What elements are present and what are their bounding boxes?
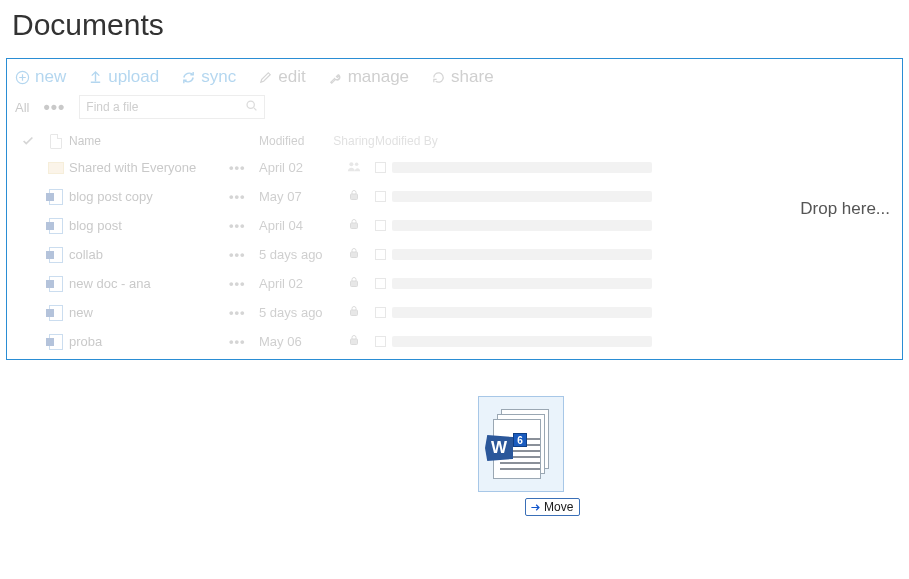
- modified-by[interactable]: [375, 278, 755, 289]
- folder-icon: [43, 162, 69, 174]
- pencil-icon: [258, 70, 273, 85]
- svg-rect-4: [351, 194, 358, 200]
- modified-date: April 02: [259, 160, 333, 175]
- private-icon[interactable]: [333, 334, 375, 349]
- new-label: new: [35, 67, 66, 87]
- modified-by[interactable]: [375, 162, 755, 173]
- table-row[interactable]: proba•••May 06: [7, 327, 902, 356]
- modified-date: April 02: [259, 276, 333, 291]
- table-body: Shared with Everyone•••April 02blog post…: [7, 153, 902, 356]
- more-views-button[interactable]: •••: [43, 102, 65, 112]
- row-menu-button[interactable]: •••: [229, 334, 259, 349]
- documents-library-panel[interactable]: new upload sync edit: [6, 58, 903, 360]
- drop-here-label: Drop here...: [800, 199, 890, 219]
- word-doc-icon: [43, 189, 69, 205]
- modified-by[interactable]: [375, 307, 755, 318]
- modified-by-column-header[interactable]: Modified By: [375, 134, 755, 148]
- upload-icon: [88, 70, 103, 85]
- private-icon[interactable]: [333, 247, 375, 262]
- shared-icon[interactable]: [333, 160, 375, 175]
- table-row[interactable]: blog post•••April 04: [7, 211, 902, 240]
- user-presence-icon: [375, 278, 386, 289]
- arrow-right-icon: [530, 502, 541, 513]
- table-row[interactable]: collab•••5 days ago: [7, 240, 902, 269]
- move-tooltip: Move: [525, 498, 580, 516]
- sync-icon: [181, 70, 196, 85]
- user-presence-icon: [375, 162, 386, 173]
- file-name[interactable]: proba: [69, 334, 229, 349]
- row-menu-button[interactable]: •••: [229, 305, 259, 320]
- word-badge-icon: W: [485, 435, 513, 461]
- upload-button[interactable]: upload: [88, 67, 159, 87]
- private-icon[interactable]: [333, 218, 375, 233]
- search-icon[interactable]: [245, 99, 258, 115]
- file-name[interactable]: new doc - ana: [69, 276, 229, 291]
- select-all-checkbox[interactable]: [13, 134, 43, 148]
- upload-label: upload: [108, 67, 159, 87]
- user-presence-icon: [375, 336, 386, 347]
- word-doc-icon: [43, 218, 69, 234]
- share-label: share: [451, 67, 494, 87]
- share-button[interactable]: share: [431, 67, 494, 87]
- row-menu-button[interactable]: •••: [229, 247, 259, 262]
- modified-date: 5 days ago: [259, 305, 333, 320]
- svg-point-0: [16, 71, 28, 83]
- modified-by-name: [392, 191, 652, 202]
- search-input[interactable]: [86, 100, 245, 114]
- modified-column-header[interactable]: Modified: [259, 134, 333, 148]
- sync-label: sync: [201, 67, 236, 87]
- file-name[interactable]: blog post copy: [69, 189, 229, 204]
- modified-by-name: [392, 336, 652, 347]
- modified-by[interactable]: [375, 191, 755, 202]
- svg-rect-5: [351, 223, 358, 229]
- word-doc-icon: [43, 276, 69, 292]
- modified-date: April 04: [259, 218, 333, 233]
- row-menu-button[interactable]: •••: [229, 189, 259, 204]
- type-column-header[interactable]: [43, 134, 69, 149]
- svg-point-3: [355, 163, 359, 167]
- modified-by[interactable]: [375, 220, 755, 231]
- modified-by[interactable]: [375, 249, 755, 260]
- new-button[interactable]: new: [15, 67, 66, 87]
- svg-rect-6: [351, 252, 358, 258]
- row-menu-button[interactable]: •••: [229, 276, 259, 291]
- file-name[interactable]: Shared with Everyone: [69, 160, 229, 175]
- row-menu-button[interactable]: •••: [229, 160, 259, 175]
- user-presence-icon: [375, 191, 386, 202]
- table-header: Name Modified Sharing Modified By: [7, 129, 902, 153]
- modified-by-name: [392, 162, 652, 173]
- wrench-icon: [328, 70, 343, 85]
- table-row[interactable]: new doc - ana•••April 02: [7, 269, 902, 298]
- edit-label: edit: [278, 67, 305, 87]
- word-doc-icon: [43, 305, 69, 321]
- subbar: All •••: [7, 89, 902, 129]
- file-name[interactable]: collab: [69, 247, 229, 262]
- search-box[interactable]: [79, 95, 265, 119]
- library-faded-content: new upload sync edit: [7, 59, 902, 356]
- edit-button[interactable]: edit: [258, 67, 305, 87]
- private-icon[interactable]: [333, 189, 375, 204]
- file-name[interactable]: new: [69, 305, 229, 320]
- sync-button[interactable]: sync: [181, 67, 236, 87]
- view-all-link[interactable]: All: [15, 100, 29, 115]
- name-column-header[interactable]: Name: [69, 134, 229, 148]
- svg-rect-8: [351, 310, 358, 316]
- word-doc-icon: [43, 334, 69, 350]
- private-icon[interactable]: [333, 276, 375, 291]
- svg-point-1: [247, 101, 254, 108]
- document-stack-icon: W 6: [493, 409, 549, 479]
- private-icon[interactable]: [333, 305, 375, 320]
- table-row[interactable]: new•••5 days ago: [7, 298, 902, 327]
- table-row[interactable]: blog post copy•••May 07: [7, 182, 902, 211]
- modified-by[interactable]: [375, 336, 755, 347]
- file-name[interactable]: blog post: [69, 218, 229, 233]
- sharing-column-header[interactable]: Sharing: [333, 134, 375, 148]
- table-row[interactable]: Shared with Everyone•••April 02: [7, 153, 902, 182]
- documents-table: Name Modified Sharing Modified By Shared…: [7, 129, 902, 356]
- modified-date: 5 days ago: [259, 247, 333, 262]
- row-menu-button[interactable]: •••: [229, 218, 259, 233]
- manage-button[interactable]: manage: [328, 67, 409, 87]
- drag-preview: W 6: [478, 396, 564, 492]
- modified-by-name: [392, 278, 652, 289]
- user-presence-icon: [375, 220, 386, 231]
